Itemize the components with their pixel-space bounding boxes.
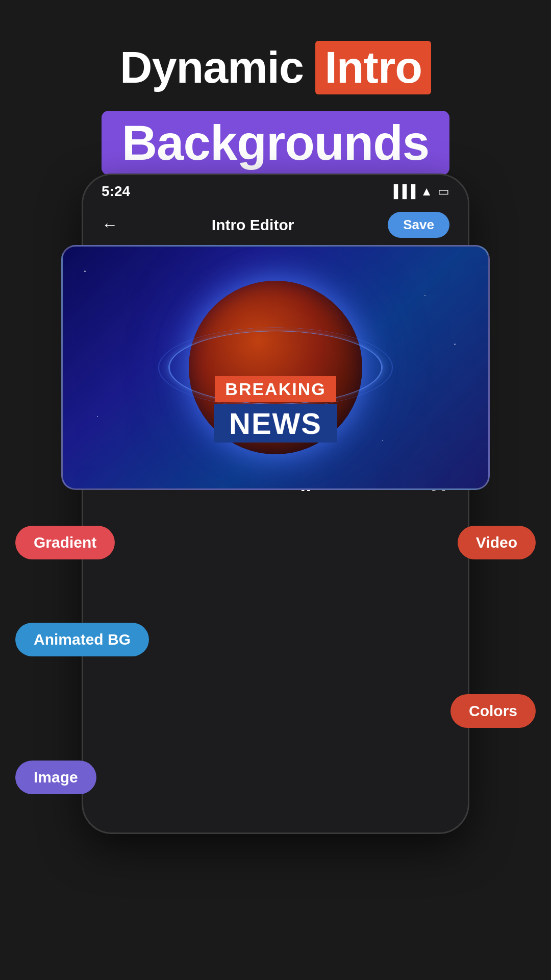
video-bg: BREAKING NEWS <box>63 247 488 488</box>
status-bar: 5:24 ▐▐▐ ▲ ▭ <box>83 175 468 204</box>
animated-bg-pill[interactable]: Animated BG <box>15 623 149 656</box>
gradient-pill[interactable]: Gradient <box>15 526 115 559</box>
video-pill[interactable]: Video <box>458 526 536 559</box>
back-button[interactable]: ← <box>102 215 118 234</box>
video-preview: BREAKING NEWS <box>61 245 490 490</box>
status-time: 5:24 <box>102 183 130 200</box>
breaking-label: BREAKING <box>215 376 336 402</box>
title-line2: Backgrounds <box>122 115 429 170</box>
status-icons: ▐▐▐ ▲ ▭ <box>389 184 449 199</box>
title-backgrounds-wrap: Backgrounds <box>102 111 449 175</box>
battery-icon: ▭ <box>438 184 449 199</box>
breaking-news-box: BREAKING NEWS <box>214 376 337 443</box>
image-pill[interactable]: Image <box>15 761 96 794</box>
colors-pill[interactable]: Colors <box>450 694 536 728</box>
title-line1: Dynamic Intro <box>0 41 551 94</box>
news-label: NEWS <box>214 404 337 443</box>
wifi-icon: ▲ <box>420 184 433 199</box>
signal-icon: ▐▐▐ <box>389 184 415 199</box>
header-section: Dynamic Intro Backgrounds <box>0 0 551 195</box>
save-button[interactable]: Save <box>388 212 449 238</box>
phone-nav-bar: ← Intro Editor Save <box>83 204 468 246</box>
title-intro-highlight: Intro <box>315 41 431 94</box>
nav-title: Intro Editor <box>212 216 294 234</box>
